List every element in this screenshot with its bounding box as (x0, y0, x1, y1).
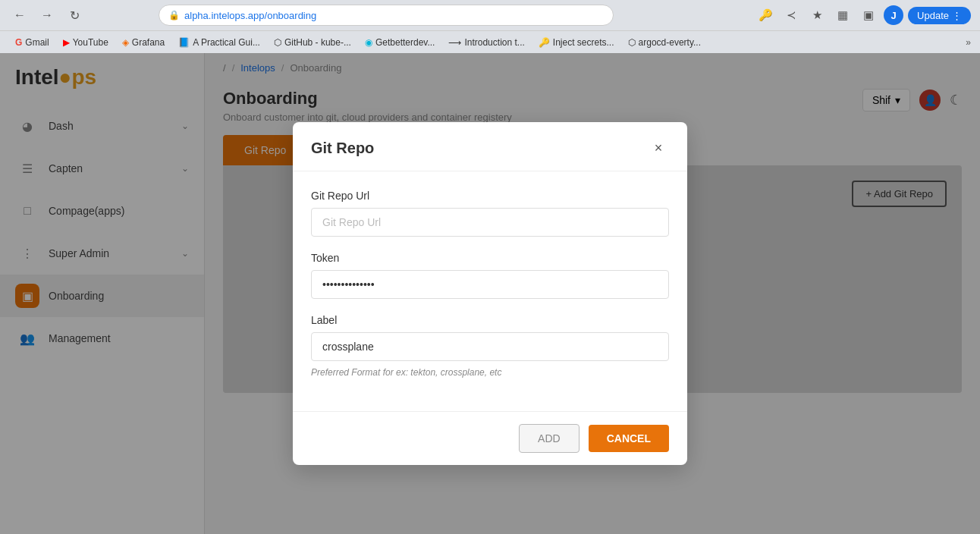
bookmark-gmail[interactable]: G Gmail (9, 36, 55, 49)
bookmark-label: Getbetterdev... (375, 37, 435, 48)
bookmark-github-kube[interactable]: ⬡ GitHub - kube-... (268, 36, 357, 49)
browser-toolbar: ← → ↻ 🔒 alpha.intelops.app/onboarding 🔑 … (0, 0, 980, 30)
token-group: Token (311, 252, 669, 299)
github-icon: ⬡ (274, 37, 281, 48)
bookmark-argocd[interactable]: ⬡ argocd-everty... (622, 36, 707, 49)
label-hint: Preferred Format for ex: tekton, crosspl… (311, 367, 669, 378)
git-repo-modal: Git Repo × Git Repo Url Token Label Pref… (293, 122, 687, 465)
bookmark-label: Gmail (25, 37, 49, 48)
bookmark-getbetterdev[interactable]: ◉ Getbetterdev... (359, 36, 441, 49)
modal-header: Git Repo × (293, 122, 687, 171)
bookmark-grafana[interactable]: ◈ Grafana (116, 36, 171, 49)
argocd-icon: ⬡ (628, 37, 636, 48)
url-text: alpha.intelops.app/onboarding (184, 10, 316, 21)
bookmark-label: A Practical Gui... (193, 37, 260, 48)
update-button[interactable]: Update ⋮ (908, 7, 971, 24)
browser-right-icons: 🔑 ≺ ★ ▦ ▣ J Update ⋮ (755, 5, 971, 26)
address-bar[interactable]: 🔒 alpha.intelops.app/onboarding (159, 5, 614, 26)
add-button[interactable]: ADD (519, 424, 580, 453)
token-label: Token (311, 252, 669, 264)
label-label: Label (311, 314, 669, 326)
getbetterdev-icon: ◉ (365, 37, 372, 48)
bookmark-label: GitHub - kube-... (284, 37, 351, 48)
modal-title: Git Repo (311, 140, 374, 157)
lock-icon: 🔒 (168, 10, 180, 20)
git-repo-url-group: Git Repo Url (311, 190, 669, 237)
bookmark-introduction[interactable]: ⟶ Introduction t... (442, 36, 530, 49)
share-icon[interactable]: ≺ (781, 5, 802, 26)
modal-overlay: Git Repo × Git Repo Url Token Label Pref… (0, 53, 980, 534)
update-menu-icon: ⋮ (952, 10, 962, 21)
bookmark-label: Introduction t... (464, 37, 524, 48)
back-button[interactable]: ← (9, 5, 30, 26)
bookmark-label: YouTube (73, 37, 108, 48)
bookmark-youtube[interactable]: ▶ YouTube (57, 36, 115, 49)
profile-avatar[interactable]: J (884, 5, 903, 25)
grafana-icon: ◈ (122, 37, 129, 48)
token-input[interactable] (311, 270, 669, 299)
bookmark-label: argocd-everty... (639, 37, 701, 48)
more-bookmarks-button[interactable]: » (966, 37, 971, 48)
star-icon[interactable]: ★ (806, 5, 828, 26)
inject-icon: 🔑 (539, 37, 550, 48)
modal-body: Git Repo Url Token Label Preferred Forma… (293, 171, 687, 411)
gmail-icon: G (15, 37, 22, 48)
key-icon[interactable]: 🔑 (755, 5, 776, 26)
intro-icon: ⟶ (448, 37, 461, 48)
browser-chrome: ← → ↻ 🔒 alpha.intelops.app/onboarding 🔑 … (0, 0, 980, 53)
book-icon: 📘 (178, 37, 190, 48)
reload-button[interactable]: ↻ (64, 5, 85, 26)
label-group: Label Preferred Format for ex: tekton, c… (311, 314, 669, 378)
bookmark-inject-secrets[interactable]: 🔑 Inject secrets... (532, 36, 620, 49)
youtube-icon: ▶ (63, 37, 70, 48)
label-input[interactable] (311, 332, 669, 361)
forward-button[interactable]: → (36, 5, 58, 26)
cancel-button[interactable]: CANCEL (589, 425, 669, 452)
window-icon[interactable]: ▣ (858, 5, 879, 26)
bookmark-label: Grafana (132, 37, 165, 48)
bookmark-label: Inject secrets... (553, 37, 614, 48)
cast-icon[interactable]: ▦ (832, 5, 853, 26)
git-repo-url-input[interactable] (311, 208, 669, 237)
modal-close-button[interactable]: × (648, 137, 669, 159)
modal-footer: ADD CANCEL (293, 411, 687, 465)
bookmarks-bar: G Gmail ▶ YouTube ◈ Grafana 📘 A Practica… (0, 30, 980, 53)
git-repo-url-label: Git Repo Url (311, 190, 669, 202)
bookmark-practical-guide[interactable]: 📘 A Practical Gui... (172, 36, 266, 49)
